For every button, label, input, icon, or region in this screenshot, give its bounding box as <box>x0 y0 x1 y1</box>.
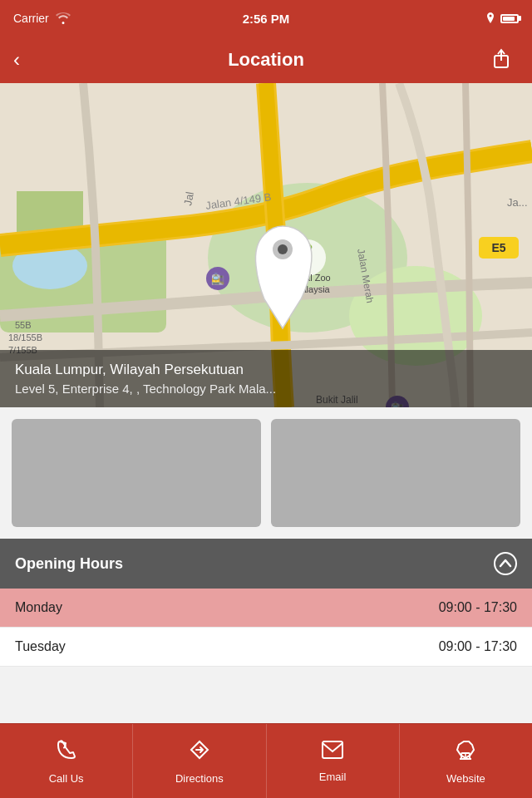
carrier-wifi: Carrier <box>13 12 71 25</box>
svg-point-27 <box>278 244 288 254</box>
svg-text:Jal: Jal <box>181 190 196 206</box>
tab-bar: Call Us Directions Email W <box>0 723 532 798</box>
tab-email-label: Email <box>319 771 347 783</box>
share-button[interactable] <box>492 47 519 73</box>
svg-point-28 <box>495 553 516 574</box>
svg-text:Ja...: Ja... <box>507 196 528 209</box>
status-bar: Carrier 2:56 PM <box>0 0 532 37</box>
address-detail: Level 5, Enterprise 4, , Technology Park… <box>15 382 517 396</box>
day-monday: Monday <box>15 600 62 615</box>
tab-call-label: Call Us <box>49 772 84 785</box>
svg-text:55B: 55B <box>15 320 32 330</box>
map-view[interactable]: Jalan 4/149 B Jalan Merah E5 55B 18/155B… <box>0 83 532 407</box>
day-tuesday: Tuesday <box>15 639 66 654</box>
tab-directions-label: Directions <box>175 772 224 785</box>
tab-email[interactable]: Email <box>266 724 399 798</box>
tab-directions[interactable]: Directions <box>132 724 265 798</box>
address-city: Kuala Lumpur, Wilayah Persekutuan <box>15 362 517 378</box>
call-icon <box>55 738 78 767</box>
battery-area <box>485 12 519 24</box>
back-button[interactable]: ‹ <box>13 48 40 71</box>
tab-website[interactable]: Website <box>399 724 532 798</box>
tab-call[interactable]: Call Us <box>0 724 132 798</box>
website-icon <box>454 738 477 767</box>
svg-rect-30 <box>323 741 342 758</box>
wifi-icon <box>56 12 71 24</box>
address-overlay: Kuala Lumpur, Wilayah Persekutuan Level … <box>0 350 532 407</box>
opening-hours-section: Opening Hours Monday 09:00 - 17:30 Tuesd… <box>0 539 532 667</box>
nav-bar: ‹ Location <box>0 37 532 83</box>
email-icon <box>321 740 344 766</box>
status-time: 2:56 PM <box>243 12 290 26</box>
photo-strip <box>0 407 532 539</box>
photo-2 <box>271 419 520 527</box>
share-icon <box>492 47 510 69</box>
svg-text:E5: E5 <box>491 241 505 254</box>
svg-text:🚉: 🚉 <box>211 272 225 286</box>
time-monday: 09:00 - 17:30 <box>439 600 517 615</box>
photo-1 <box>12 419 261 527</box>
carrier-label: Carrier <box>13 12 49 25</box>
opening-hours-title: Opening Hours <box>15 555 123 573</box>
location-icon <box>485 12 495 24</box>
svg-text:18/155B: 18/155B <box>8 332 42 342</box>
directions-icon <box>188 738 211 767</box>
battery-icon <box>500 14 519 23</box>
hours-row-tuesday: Tuesday 09:00 - 17:30 <box>0 628 532 667</box>
page-title: Location <box>40 49 492 71</box>
opening-hours-header[interactable]: Opening Hours <box>0 539 532 589</box>
chevron-up-icon <box>494 552 517 575</box>
time-tuesday: 09:00 - 17:30 <box>439 639 517 654</box>
hours-row-monday: Monday 09:00 - 17:30 <box>0 589 532 628</box>
tab-website-label: Website <box>446 772 485 785</box>
